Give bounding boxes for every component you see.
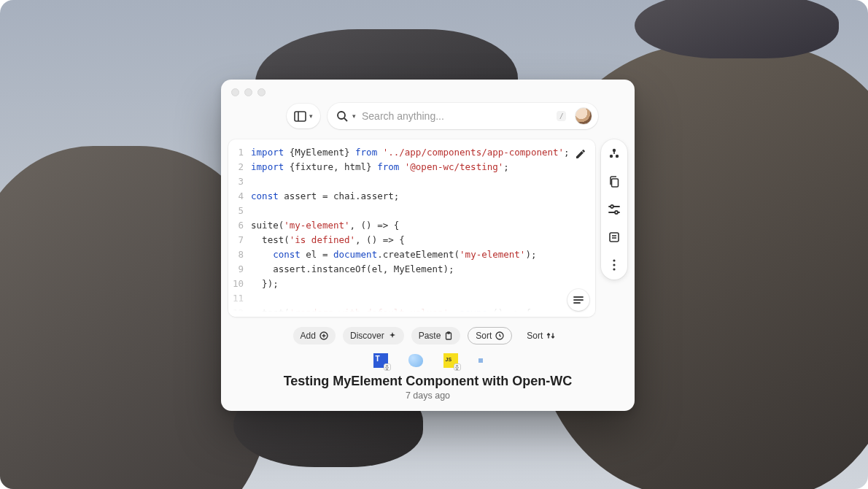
code-snippet-card: 1 2 3 4 5 6 7 8 9 10 11 12 13 14 15 16 1… <box>228 139 595 317</box>
notes-button[interactable] <box>607 230 621 244</box>
paste-chip-label: Paste <box>419 331 441 341</box>
sparkle-icon <box>388 331 397 340</box>
wrap-lines-button[interactable] <box>567 289 589 311</box>
svg-rect-10 <box>613 152 615 154</box>
sort-custom-chip[interactable]: Sort <box>519 327 562 344</box>
svg-point-7 <box>613 149 616 152</box>
svg-point-2 <box>338 112 345 119</box>
clipboard-icon <box>444 331 453 340</box>
svg-point-14 <box>611 205 613 208</box>
window-close-button[interactable] <box>231 88 239 96</box>
avatar[interactable] <box>575 107 592 125</box>
chevron-down-icon: ▾ <box>309 112 313 120</box>
code-content[interactable]: import {MyElement} from '../app/componen… <box>251 145 595 317</box>
sidebar-toggle-button[interactable]: ▾ <box>287 104 320 128</box>
sort-icon <box>546 331 555 340</box>
discover-chip-label: Discover <box>350 331 384 341</box>
svg-point-9 <box>616 155 619 158</box>
component-file-icon[interactable] <box>408 354 423 367</box>
svg-rect-0 <box>295 112 306 121</box>
related-files-row: {} {} <box>221 349 635 369</box>
svg-point-20 <box>613 263 615 266</box>
wallpaper-rock <box>635 0 839 58</box>
discover-chip[interactable]: Discover <box>343 327 404 344</box>
svg-rect-16 <box>610 233 619 242</box>
typescript-file-icon[interactable]: {} <box>373 353 388 368</box>
chevron-down-icon: ▾ <box>352 112 356 120</box>
window-titlebar <box>221 80 635 97</box>
action-chips-row: Add Discover Paste Sort Sort <box>221 317 635 349</box>
add-chip-label: Add <box>301 331 316 341</box>
settings-sliders-button[interactable] <box>607 202 621 217</box>
snippet-timestamp: 7 days ago <box>221 390 635 411</box>
app-window: ▾ ▾ / 1 2 3 4 5 6 7 8 9 10 11 12 13 14 1… <box>221 80 635 411</box>
desktop-wallpaper: ▾ ▾ / 1 2 3 4 5 6 7 8 9 10 11 12 13 14 1… <box>0 0 868 489</box>
svg-point-8 <box>610 155 613 158</box>
edit-button[interactable] <box>572 145 589 163</box>
sort-time-chip[interactable]: Sort <box>468 327 512 344</box>
search-bar[interactable]: ▾ / <box>328 103 598 129</box>
window-zoom-button[interactable] <box>257 88 266 96</box>
more-button[interactable] <box>607 258 621 272</box>
sort-custom-chip-label: Sort <box>527 331 543 341</box>
top-toolbar: ▾ ▾ / <box>221 97 635 135</box>
plus-circle-icon <box>319 331 328 340</box>
javascript-file-icon[interactable]: {} <box>443 353 458 368</box>
search-shortcut-hint: / <box>557 111 566 121</box>
svg-rect-11 <box>612 179 619 187</box>
misc-file-icon[interactable] <box>478 358 483 363</box>
svg-point-19 <box>613 259 615 261</box>
ai-assist-button[interactable] <box>607 147 621 161</box>
clock-icon <box>495 331 504 340</box>
side-toolbar <box>601 139 627 280</box>
svg-point-21 <box>613 268 615 270</box>
copy-button[interactable] <box>607 174 621 189</box>
sidebar-icon <box>294 111 306 122</box>
sort-time-chip-label: Sort <box>476 331 492 341</box>
window-minimize-button[interactable] <box>244 88 252 96</box>
paste-chip[interactable]: Paste <box>411 327 461 344</box>
snippet-title: Testing MyElement Component with Open-WC <box>221 369 635 390</box>
search-icon <box>336 110 348 122</box>
search-input[interactable] <box>362 110 551 122</box>
svg-point-15 <box>615 211 618 214</box>
svg-rect-26 <box>448 332 450 334</box>
add-chip[interactable]: Add <box>293 327 336 344</box>
line-number-gutter: 1 2 3 4 5 6 7 8 9 10 11 12 13 14 15 16 1… <box>228 145 251 317</box>
svg-line-3 <box>344 118 347 121</box>
